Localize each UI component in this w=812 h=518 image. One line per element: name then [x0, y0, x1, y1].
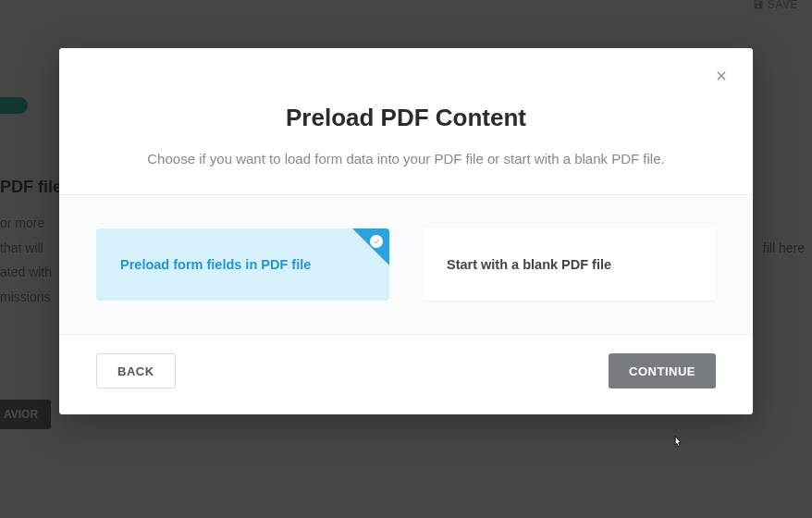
modal-subtitle: Choose if you want to load form data int… — [96, 149, 716, 168]
modal-title: Preload PDF Content — [96, 104, 716, 132]
option-label: Preload form fields in PDF file — [120, 257, 311, 272]
check-icon — [370, 235, 383, 248]
option-preload-form-fields[interactable]: Preload form fields in PDF file — [96, 228, 389, 301]
modal-footer: BACK CONTINUE — [59, 335, 753, 414]
selected-corner — [352, 228, 389, 265]
modal-body: Preload form fields in PDF file Start wi… — [59, 194, 753, 335]
modal-header: Preload PDF Content Choose if you want t… — [59, 48, 753, 194]
option-blank-pdf[interactable]: Start with a blank PDF file — [423, 228, 716, 301]
close-button[interactable] — [710, 65, 732, 87]
continue-button[interactable]: CONTINUE — [609, 353, 716, 388]
option-label: Start with a blank PDF file — [447, 257, 611, 272]
close-icon — [714, 68, 729, 83]
back-button[interactable]: BACK — [96, 353, 176, 388]
preload-pdf-modal: Preload PDF Content Choose if you want t… — [59, 48, 753, 414]
